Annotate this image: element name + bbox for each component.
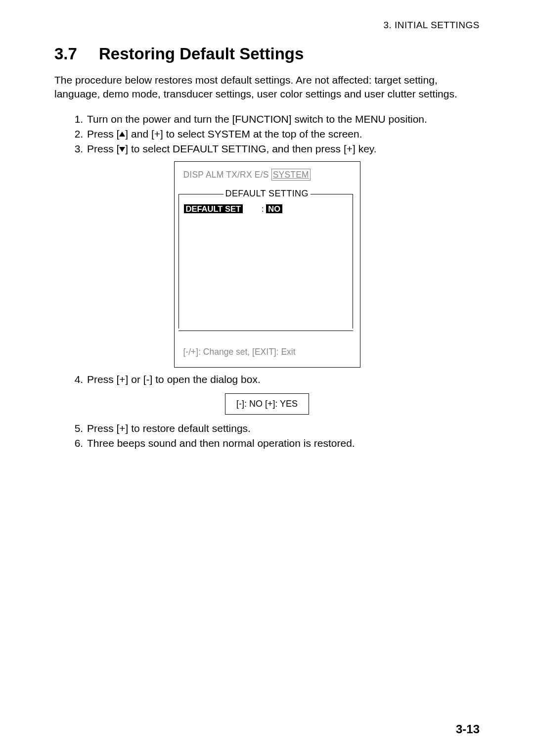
- tab-system-selected: SYSTEM: [271, 169, 311, 181]
- setting-value-highlighted: NO: [266, 204, 282, 213]
- fieldset-default-setting: DEFAULT SETTING DEFAULT SET: NO: [178, 194, 353, 329]
- step-1: Turn on the power and turn the [FUNCTION…: [86, 112, 480, 126]
- page-number: 3-13: [456, 722, 480, 736]
- screen-footer: [-/+]: Change set, [EXIT]: Exit: [178, 331, 353, 367]
- intro-paragraph: The procedure below restores most defaul…: [54, 73, 480, 101]
- setting-label-highlighted: DEFAULT SET: [184, 204, 243, 213]
- step2-pre: Press [: [87, 128, 119, 140]
- setting-row: DEFAULT SET: NO: [179, 203, 353, 215]
- triangle-down-icon: [119, 147, 125, 152]
- fieldset-title: DEFAULT SETTING: [223, 189, 311, 199]
- step-3: Press [] to select DEFAULT SETTING, and …: [86, 142, 480, 156]
- steps-list-1: Turn on the power and turn the [FUNCTION…: [54, 112, 480, 156]
- heading-number: 3.7: [54, 45, 99, 63]
- step-6: Three beeps sound and then normal operat…: [86, 436, 480, 450]
- step3-mid: ] to select DEFAULT SETTING, and then pr…: [125, 143, 376, 154]
- step2-mid: ] and [+] to select SYSTEM at the top of…: [125, 128, 362, 140]
- dialog-box-figure: [-]: NO [+]: YES: [225, 393, 309, 415]
- steps-list-3: Press [+] to restore default settings. T…: [54, 422, 480, 451]
- heading-title: Restoring Default Settings: [99, 45, 304, 63]
- chapter-header: 3. INITIAL SETTINGS: [54, 20, 480, 31]
- tabs-unselected: DISP ALM TX/RX E/S: [183, 170, 269, 180]
- menu-tabs: DISP ALM TX/RX E/S SYSTEM: [175, 162, 360, 180]
- triangle-up-icon: [119, 132, 125, 137]
- step-5: Press [+] to restore default settings.: [86, 422, 480, 435]
- step-4: Press [+] or [-] to open the dialog box.: [86, 373, 480, 386]
- step3-pre: Press [: [87, 143, 119, 154]
- section-heading: 3.7Restoring Default Settings: [54, 45, 480, 63]
- step-2: Press [] and [+] to select SYSTEM at the…: [86, 127, 480, 141]
- steps-list-2: Press [+] or [-] to open the dialog box.: [54, 373, 480, 386]
- menu-screen-figure: DISP ALM TX/RX E/S SYSTEM DEFAULT SETTIN…: [174, 161, 360, 368]
